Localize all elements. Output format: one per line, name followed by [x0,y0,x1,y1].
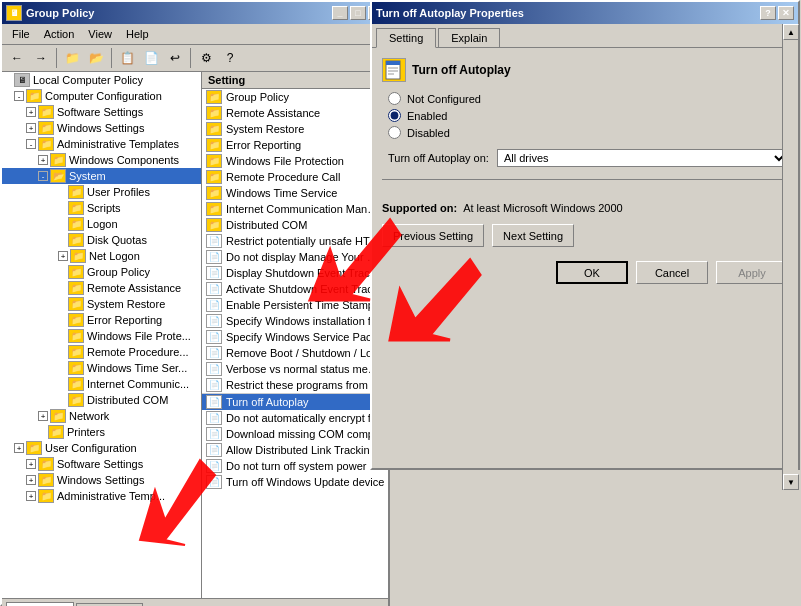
tree-item-computer-config[interactable]: - 📁 Computer Configuration [2,88,201,104]
list-item[interactable]: 📄 Verbose vs normal status messa... [202,361,388,377]
menu-file[interactable]: File [6,26,36,42]
tree-item-system-restore[interactable]: 📁 System Restore [2,296,201,312]
ok-button[interactable]: OK [556,261,628,284]
tab-explain[interactable]: Explain [438,28,500,47]
list-item[interactable]: 📄 Do not automatically encrypt files mov… [202,410,388,426]
tree-item-group-policy[interactable]: 📁 Group Policy [2,264,201,280]
tree-item-logon[interactable]: 📁 Logon [2,216,201,232]
previous-setting-button[interactable]: Previous Setting [382,224,484,247]
next-setting-button[interactable]: Next Setting [492,224,574,247]
list-item[interactable]: 📄 Restrict potentially unsafe HTM... [202,233,388,249]
list-item[interactable]: 📄 Restrict these programs from b... [202,377,388,393]
list-item[interactable]: 📁 Error Reporting [202,137,388,153]
tree-toggle[interactable]: + [14,443,24,453]
list-item[interactable]: 📁 Distributed COM [202,217,388,233]
tree-item-user-win-settings[interactable]: + 📁 Windows Settings [2,472,201,488]
copy-button[interactable]: 📋 [116,47,138,69]
list-item-turn-off-autoplay[interactable]: 📄 Turn off Autoplay [202,394,388,410]
tree-toggle[interactable]: + [26,491,36,501]
tree-item-rpc[interactable]: 📁 Remote Procedure... [2,344,201,360]
tree-item-software-settings[interactable]: + 📁 Software Settings [2,104,201,120]
list-item[interactable]: 📄 Remove Boot / Shutdown / Logo... [202,345,388,361]
list-item[interactable]: 📁 System Restore [202,121,388,137]
tree-toggle[interactable]: + [58,251,68,261]
tree-toggle[interactable]: + [38,155,48,165]
tree-item-win-time[interactable]: 📁 Windows Time Ser... [2,360,201,376]
tree-toggle[interactable]: - [26,139,36,149]
properties-button[interactable]: ⚙ [195,47,217,69]
scroll-up-button[interactable]: ▲ [783,24,799,40]
tree-item-remote-assistance[interactable]: 📁 Remote Assistance [2,280,201,296]
props-setting-header: Turn off Autoplay [382,58,788,82]
list-item[interactable]: 📄 Do not turn off system power after a W… [202,458,388,474]
tree-toggle[interactable]: - [14,91,24,101]
tree-toggle[interactable]: + [26,123,36,133]
tree-item-local-computer-policy[interactable]: 🖥 Local Computer Policy [2,72,201,88]
tree-item-network[interactable]: + 📁 Network [2,408,201,424]
list-item[interactable]: 📄 Enable Persistent Time Stamp [202,297,388,313]
tree-toggle[interactable]: + [38,411,48,421]
tree-item-user-sw-settings[interactable]: + 📁 Software Settings [2,456,201,472]
autoplay-dropdown[interactable]: All drives CD-ROM drives [497,149,788,167]
paste-button[interactable]: 📄 [140,47,162,69]
menu-help[interactable]: Help [120,26,155,42]
tree-toggle[interactable]: + [26,475,36,485]
tree-item-user-profiles[interactable]: 📁 User Profiles [2,184,201,200]
tree-item-error-reporting[interactable]: 📁 Error Reporting [2,312,201,328]
doc-icon: 📄 [206,250,222,264]
tree-item-win-file-prot[interactable]: 📁 Windows File Prote... [2,328,201,344]
minimize-button[interactable]: _ [332,6,348,20]
tree-item-windows-settings[interactable]: + 📁 Windows Settings [2,120,201,136]
tree-toggle[interactable]: + [26,107,36,117]
list-item[interactable]: 📁 Remote Procedure Call [202,169,388,185]
list-item[interactable]: 📄 Activate Shutdown Event Track... [202,281,388,297]
tree-label: Administrative Templates [57,138,179,150]
list-item[interactable]: 📁 Group Policy [202,89,388,105]
tree-item-internet-comm[interactable]: 📁 Internet Communic... [2,376,201,392]
list-item[interactable]: 📁 Windows Time Service [202,185,388,201]
menu-action[interactable]: Action [38,26,81,42]
props-help-button[interactable]: ? [760,6,776,20]
tree-item-scripts[interactable]: 📁 Scripts [2,200,201,216]
list-item[interactable]: 📁 Remote Assistance [202,105,388,121]
list-item[interactable]: 📄 Specify Windows Service Pack i... [202,329,388,345]
tree-item-net-logon[interactable]: + 📁 Net Logon [2,248,201,264]
props-close-button[interactable]: ✕ [778,6,794,20]
gp-titlebar: 🖥 Group Policy _ □ ✕ [2,2,388,24]
tab-extended[interactable]: Extended [6,602,74,606]
browse-button[interactable]: 📂 [85,47,107,69]
list-item[interactable]: 📄 Specify Windows installation file... [202,313,388,329]
tree-toggle[interactable]: - [38,171,48,181]
tree-item-windows-components[interactable]: + 📁 Windows Components [2,152,201,168]
help-toolbar-button[interactable]: ? [219,47,241,69]
maximize-button[interactable]: □ [350,6,366,20]
radio-enabled-input[interactable] [388,109,401,122]
scroll-down-button[interactable]: ▼ [783,474,799,490]
list-item[interactable]: 📄 Download missing COM components [202,426,388,442]
list-item[interactable]: 📄 Do not display Manage Your Ser... [202,249,388,265]
radio-not-configured-input[interactable] [388,92,401,105]
list-item[interactable]: 📁 Internet Communication Manag... [202,201,388,217]
undo-button[interactable]: ↩ [164,47,186,69]
radio-disabled-input[interactable] [388,126,401,139]
cancel-button[interactable]: Cancel [636,261,708,284]
forward-button[interactable]: → [30,47,52,69]
up-button[interactable]: 📁 [61,47,83,69]
menu-view[interactable]: View [82,26,118,42]
tree-item-disk-quotas[interactable]: 📁 Disk Quotas [2,232,201,248]
tree-item-dist-com[interactable]: 📁 Distributed COM [2,392,201,408]
tree-item-user-admin-templates[interactable]: + 📁 Administrative Temp... [2,488,201,504]
list-item[interactable]: 📄 Display Shutdown Event Tracke... [202,265,388,281]
tree-item-printers[interactable]: 📁 Printers [2,424,201,440]
tree-toggle[interactable]: + [26,459,36,469]
list-item[interactable]: 📄 Turn off Windows Update device driver … [202,474,388,490]
back-button[interactable]: ← [6,47,28,69]
list-item[interactable]: 📁 Windows File Protection [202,153,388,169]
tree-item-user-config[interactable]: + 📁 User Configuration [2,440,201,456]
tree-item-system[interactable]: - 📂 System [2,168,201,184]
tab-setting[interactable]: Setting [376,28,436,48]
list-item[interactable]: 📄 Allow Distributed Link Tracking client… [202,442,388,458]
apply-button[interactable]: Apply [716,261,788,284]
tree-item-admin-templates[interactable]: - 📁 Administrative Templates [2,136,201,152]
tree-label: Administrative Temp... [57,490,165,502]
